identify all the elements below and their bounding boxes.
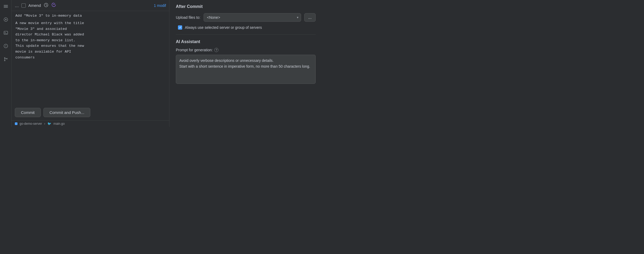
checkbox-row: Always use selected server or group of s… [176,25,316,30]
upload-dots-button[interactable]: ... [304,13,316,22]
sidebar-icons [0,0,12,127]
commit-title-input[interactable] [12,11,169,19]
status-bar: go-demo-server › 🐦 main.go [12,120,169,127]
svg-rect-5 [4,31,8,34]
svg-point-9 [6,47,6,47]
commit-button[interactable]: Commit [15,108,41,117]
prompt-textarea[interactable]: Avoid overly verbose descriptions or unn… [176,55,316,84]
upload-row: Upload files to: <None> ▾ ... [176,13,316,22]
after-commit-title: After Commit [176,4,316,9]
commit-body-area[interactable]: A new movie entry with the title "Movie … [12,19,169,105]
commit-push-button[interactable]: Commit and Push... [43,108,91,117]
sidebar-icon-git[interactable] [2,56,10,63]
sidebar-icon-terminal[interactable] [2,29,10,36]
commit-message-container: A new movie entry with the title "Movie … [12,11,169,105]
right-panel: After Commit Upload files to: <None> ▾ .… [169,0,322,127]
more-button[interactable]: ... [15,3,19,8]
help-icon[interactable]: ? [214,48,218,52]
svg-marker-4 [5,19,7,20]
prompt-label: Prompt for generation: [176,48,213,52]
always-use-server-label: Always use selected server or group of s… [185,25,262,30]
amend-label: Amend [28,3,41,8]
commit-body-text: A new movie entry with the title "Movie … [15,20,166,60]
status-separator: › [44,122,45,126]
ai-assistant-title: AI Assistant [176,39,316,44]
top-bar: ... Amend 1 modif [12,0,169,11]
ai-assistant-section: AI Assistant Prompt for generation: ? Av… [176,39,316,85]
section-divider [176,34,316,35]
sidebar-icon-run[interactable] [2,16,10,23]
amend-checkbox[interactable] [21,3,26,8]
prompt-label-row: Prompt for generation: ? [176,48,316,52]
status-file: main.go [53,122,65,126]
after-commit-section: After Commit Upload files to: <None> ▾ .… [176,4,316,30]
upload-select[interactable]: <None> [204,13,301,22]
ai-swirl-icon[interactable] [51,2,56,9]
upload-label: Upload files to: [176,15,200,20]
always-use-server-checkbox[interactable] [178,25,182,30]
upload-select-wrapper: <None> ▾ [204,13,301,22]
left-panel: ... Amend 1 modif [0,0,169,127]
status-project: go-demo-server [20,122,42,126]
history-icon[interactable] [44,3,48,8]
commit-area: ... Amend 1 modif [12,0,169,127]
sidebar-icon-menu[interactable] [2,3,10,10]
commit-buttons: Commit Commit and Push... [12,105,169,120]
status-dot [15,122,17,125]
modified-badge: 1 modif [154,3,166,8]
sidebar-icon-alert[interactable] [2,42,10,50]
status-file-icon: 🐦 [47,122,51,126]
